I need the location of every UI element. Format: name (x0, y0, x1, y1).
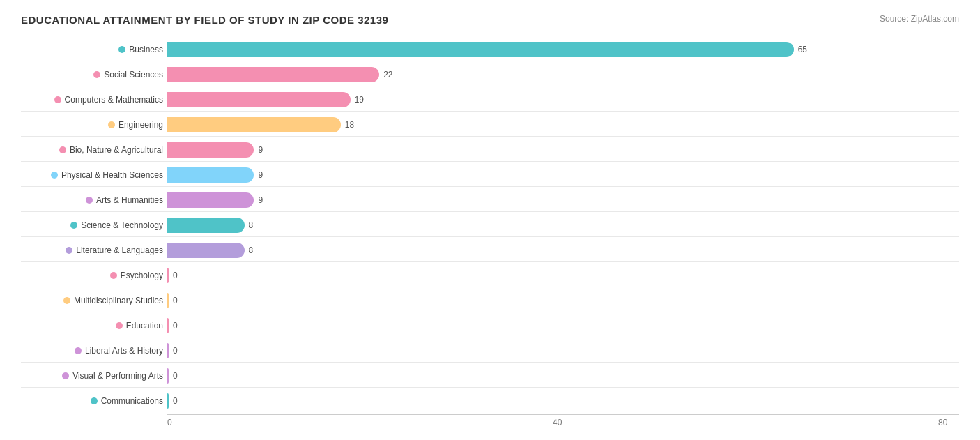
bar-dot (59, 146, 66, 153)
bar-value: 22 (383, 70, 392, 79)
bar (167, 393, 169, 409)
bar-row: Visual & Performing Arts 0 (21, 364, 959, 388)
bar-label: Bio, Nature & Agricultural (21, 145, 167, 155)
bar-row: Liberal Arts & History 0 (21, 339, 959, 363)
bar-value: 19 (355, 95, 364, 105)
bar-dot (62, 372, 69, 379)
bar-container: 8 (167, 218, 959, 233)
bar-value: 8 (249, 245, 254, 255)
bar-dot (108, 121, 115, 128)
bar-container: 9 (167, 167, 959, 183)
bar-container: 9 (167, 192, 959, 208)
bar (167, 243, 245, 258)
bar (167, 142, 254, 158)
bar-dot (54, 96, 61, 103)
bar-label-text: Business (129, 45, 163, 54)
bar-row: Communications 0 (21, 389, 959, 413)
bar-dot (118, 46, 125, 53)
bar (167, 293, 169, 308)
x-tick: 80 (938, 418, 947, 427)
bar-row: Arts & Humanities 9 (21, 188, 959, 212)
bar-row: Multidisciplinary Studies 0 (21, 289, 959, 312)
bar-dot (93, 71, 100, 78)
bar-label-text: Multidisciplinary Studies (74, 296, 163, 305)
x-tick: 40 (553, 418, 562, 427)
bar (167, 192, 254, 208)
bar-label-text: Physical & Health Sciences (61, 170, 163, 180)
bar-label: Education (21, 321, 167, 331)
bar (167, 218, 245, 233)
bar-row: Engineering 18 (21, 113, 959, 137)
bar-label-text: Social Sciences (104, 70, 163, 79)
bar-value: 0 (173, 321, 178, 331)
bar-row: Science & Technology 8 (21, 213, 959, 237)
chart-area: Business 65 Social Sciences 22 Computers… (21, 38, 959, 428)
bar (167, 268, 169, 283)
bar-container: 0 (167, 293, 959, 308)
bar-dot (70, 222, 77, 229)
bar-dot (51, 172, 58, 179)
bar-row: Education 0 (21, 314, 959, 337)
bar-container: 0 (167, 268, 959, 283)
bar-value: 9 (258, 195, 263, 205)
bar-label: Arts & Humanities (21, 195, 167, 205)
bar-label-text: Literature & Languages (76, 245, 163, 255)
bar-label-text: Education (126, 321, 163, 331)
bar-label: Liberal Arts & History (21, 346, 167, 356)
bar-row: Literature & Languages 8 (21, 238, 959, 262)
bar-container: 8 (167, 243, 959, 258)
bar-label: Social Sciences (21, 70, 167, 79)
bar-dot (66, 247, 72, 254)
bar-label: Computers & Mathematics (21, 95, 167, 105)
bar (167, 368, 169, 384)
bar-value: 9 (258, 170, 263, 180)
bar-label-text: Liberal Arts & History (85, 346, 163, 356)
bar (167, 167, 254, 183)
bar-dot (110, 272, 117, 279)
bar-dot (86, 197, 93, 204)
bar (167, 92, 351, 107)
bar-label: Science & Technology (21, 220, 167, 230)
bar-label: Engineering (21, 120, 167, 130)
bar-value: 0 (173, 371, 178, 381)
bar-container: 19 (167, 92, 959, 107)
bar-dot (91, 397, 98, 404)
bar-container: 9 (167, 142, 959, 158)
bar-label: Literature & Languages (21, 245, 167, 255)
bar-row: Physical & Health Sciences 9 (21, 163, 959, 187)
bar (167, 318, 169, 333)
source-label: Source: ZipAtlas.com (880, 14, 959, 24)
x-tick: 0 (167, 418, 172, 427)
bar-row: Computers & Mathematics 19 (21, 88, 959, 112)
bar-container: 0 (167, 343, 959, 358)
bar-label: Multidisciplinary Studies (21, 296, 167, 305)
bar-row: Bio, Nature & Agricultural 9 (21, 138, 959, 162)
bar-row: Social Sciences 22 (21, 63, 959, 86)
bar-label: Business (21, 45, 167, 54)
chart-title: EDUCATIONAL ATTAINMENT BY FIELD OF STUDY… (21, 14, 388, 26)
bar-label-text: Engineering (118, 120, 163, 130)
bar-container: 0 (167, 393, 959, 409)
bar-label-text: Computers & Mathematics (65, 95, 163, 105)
bar-label-text: Arts & Humanities (96, 195, 163, 205)
bar-container: 0 (167, 368, 959, 384)
bar-dot (75, 347, 82, 354)
bar-label: Communications (21, 396, 167, 406)
bar-value: 9 (258, 145, 263, 155)
bar-dot (63, 297, 70, 304)
bar-value: 0 (173, 271, 178, 280)
bar-dot (116, 322, 123, 329)
bar (167, 42, 794, 57)
bar-value: 65 (798, 45, 807, 54)
bar (167, 343, 169, 358)
bar-container: 22 (167, 67, 959, 82)
bar-label: Physical & Health Sciences (21, 170, 167, 180)
bar-label-text: Science & Technology (81, 220, 163, 230)
bar-value: 0 (173, 346, 178, 356)
x-axis: 04080 (167, 414, 959, 428)
bar-value: 18 (345, 120, 354, 130)
bar-value: 0 (173, 396, 178, 406)
bar-value: 0 (173, 296, 178, 305)
bar-label-text: Bio, Nature & Agricultural (70, 145, 163, 155)
bar-row: Psychology 0 (21, 264, 959, 287)
